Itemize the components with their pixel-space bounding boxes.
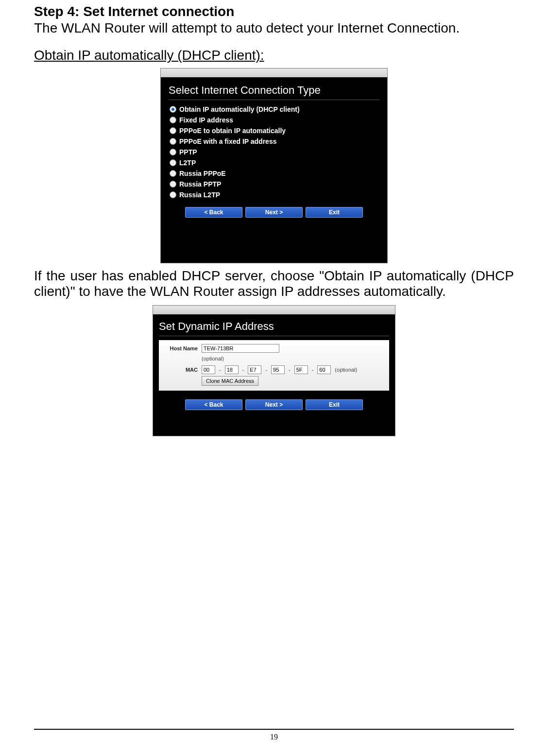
divider [169,100,379,100]
mac-input-1[interactable] [202,365,215,374]
radio-label: Russia PPTP [179,180,221,188]
radio-icon[interactable] [170,149,176,155]
panel1-button-row: < Back Next > Exit [169,207,379,218]
body-paragraph: If the user has enabled DHCP server, cho… [34,268,514,299]
radio-row[interactable]: L2TP [169,157,379,168]
host-name-row: Host Name [164,344,384,353]
panel2-inner: Set Dynamic IP Address Host Name (option… [153,314,395,436]
host-optional-row: (optional) [202,354,384,362]
radio-row[interactable]: Russia L2TP [169,189,379,200]
radio-icon[interactable] [170,170,176,177]
mac-input-3[interactable] [248,365,261,374]
panel1-wrap: Select Internet Connection Type Obtain I… [34,68,514,263]
next-button[interactable]: Next > [245,399,303,410]
back-button[interactable]: < Back [185,207,242,218]
exit-button[interactable]: Exit [306,207,363,218]
back-button[interactable]: < Back [185,399,242,410]
form-area: Host Name (optional) MAC - - - - [159,340,389,391]
panel2-wrap: Set Dynamic IP Address Host Name (option… [34,305,514,436]
step-title: Step 4: Set Internet connection [34,0,514,19]
radio-icon[interactable] [170,191,176,198]
radio-label: Russia L2TP [179,191,220,199]
radio-label: Fixed IP address [179,116,233,124]
divider [159,336,389,336]
panel2-title: Set Dynamic IP Address [159,320,389,333]
step-description: The WLAN Router will attempt to auto det… [34,20,514,36]
radio-icon[interactable] [170,127,176,134]
panel2-button-row: < Back Next > Exit [159,399,389,410]
host-name-label: Host Name [164,345,198,351]
radio-label: PPPoE to obtain IP automatically [179,127,286,135]
radio-icon[interactable] [170,117,176,123]
radio-icon[interactable] [170,138,176,145]
radio-row[interactable]: Russia PPPoE [169,168,379,179]
page-number: 19 [270,733,278,741]
mac-input-2[interactable] [225,365,239,374]
mac-label: MAC [164,367,198,373]
panel1-title: Select Internet Connection Type [169,84,379,97]
radio-row[interactable]: PPTP [169,147,379,157]
mac-input-4[interactable] [271,365,285,374]
optional-text: (optional) [335,367,357,373]
radio-label: PPTP [179,148,197,156]
clone-mac-button[interactable]: Clone MAC Address [202,376,258,386]
radio-row[interactable]: PPPoE with a fixed IP address [169,136,379,147]
radio-label: L2TP [179,159,196,167]
radio-label: Obtain IP automatically (DHCP client) [179,105,300,113]
radio-row[interactable]: Russia PPTP [169,179,379,189]
radio-icon[interactable] [170,159,176,166]
radio-label: Russia PPPoE [179,170,226,177]
radio-row[interactable]: PPPoE to obtain IP automatically [169,125,379,136]
mac-input-5[interactable] [294,365,308,374]
mac-separator: - [312,367,314,373]
next-button[interactable]: Next > [245,207,303,218]
dynamic-ip-panel: Set Dynamic IP Address Host Name (option… [153,305,395,436]
select-connection-panel: Select Internet Connection Type Obtain I… [160,68,388,263]
mac-row: MAC - - - - - (optional) [164,365,384,374]
sub-heading: Obtain IP automatically (DHCP client): [34,48,514,63]
optional-text: (optional) [202,356,224,361]
panel1-inner: Select Internet Connection Type Obtain I… [161,77,387,263]
radio-icon[interactable] [170,106,176,113]
radio-icon[interactable] [170,181,176,188]
radio-row[interactable]: Fixed IP address [169,115,379,125]
mac-input-6[interactable] [317,365,331,374]
radio-label: PPPoE with a fixed IP address [179,137,276,145]
mac-separator: - [265,367,267,373]
page-footer: 19 [34,729,514,741]
mac-separator: - [219,367,221,373]
exit-button[interactable]: Exit [306,399,363,410]
radio-row[interactable]: Obtain IP automatically (DHCP client) [169,104,379,115]
mac-separator: - [242,367,244,373]
mac-separator: - [289,367,291,373]
host-name-input[interactable] [202,344,279,353]
